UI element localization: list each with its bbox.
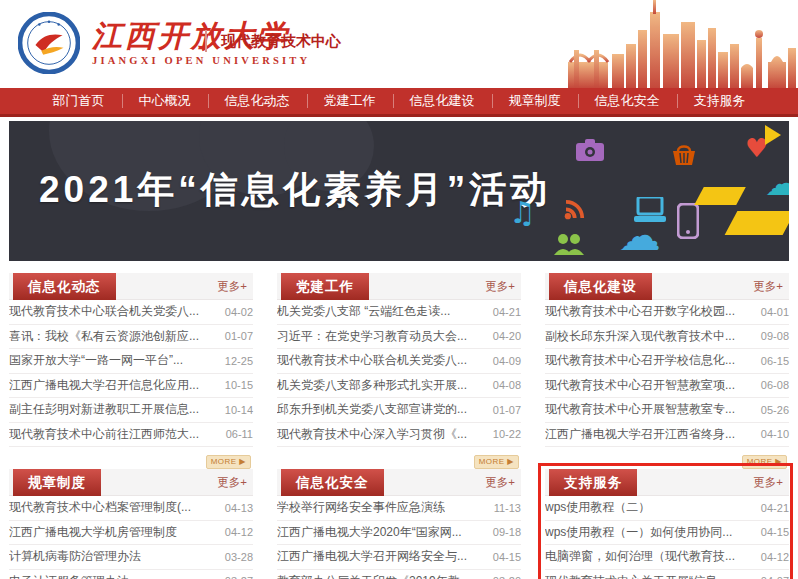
news-item[interactable]: 江西广播电视大学机房管理制度04-12	[9, 521, 253, 546]
news-item-date: 04-01	[761, 306, 789, 318]
news-item[interactable]: 现代教育技术中心前往江西师范大...06-11	[9, 423, 253, 448]
news-item-date: 06-15	[761, 355, 789, 367]
news-item-title[interactable]: wps使用教程（一）如何使用协同...	[545, 524, 732, 541]
nav-item-4[interactable]: 信息化建设	[393, 88, 492, 114]
news-item[interactable]: 现代教育技术中心联合机关党委八...04-02	[9, 300, 253, 325]
news-item[interactable]: 国家开放大学“一路一网一平台”...12-25	[9, 349, 253, 374]
news-item[interactable]: 邱东升到机关党委八支部宣讲党的...01-07	[277, 398, 521, 423]
hero-banner[interactable]: 2021年“信息化素养月”活动 ♫ ♥ ☁ ☁	[9, 121, 789, 261]
news-item[interactable]: 机关党委八支部 “云端红色走读...04-21	[277, 300, 521, 325]
news-item-title[interactable]: 副主任彭明对新进教职工开展信息...	[9, 401, 199, 418]
news-list: 学校举行网络安全事件应急演练11-13江西广播电视大学2020年“国家网...0…	[277, 496, 521, 579]
news-item[interactable]: 副校长邱东升深入现代教育技术中...09-08	[545, 325, 789, 350]
news-item-title[interactable]: 现代教育技术中心档案管理制度(...	[9, 499, 191, 516]
more-link[interactable]: 更多+	[753, 273, 783, 300]
nav-item-1[interactable]: 中心概况	[122, 88, 208, 114]
news-item-title[interactable]: 现代教育技术中心开展智慧教室专...	[545, 401, 735, 418]
nav-item-6[interactable]: 信息化安全	[578, 88, 677, 114]
news-item-title[interactable]: 电子认证服务管理办法	[9, 573, 129, 579]
nav-item-0[interactable]: 部门首页	[36, 88, 122, 114]
news-item-title[interactable]: wps使用教程（二）	[545, 499, 650, 516]
news-item-title[interactable]: 现代教育技术中心召开智慧教室项...	[545, 377, 735, 394]
news-item-title[interactable]: 现代教育技术中心召开学校信息化...	[545, 352, 735, 369]
news-item[interactable]: 现代教育技术中心联合机关党委八...04-09	[277, 349, 521, 374]
news-item-title[interactable]: 现代教育技术中心前往江西师范大...	[9, 426, 199, 443]
section-title-tab[interactable]: 信息化建设	[549, 273, 652, 300]
news-item-title[interactable]: 喜讯：我校《私有云资源池创新应...	[9, 328, 199, 345]
shopping-basket-icon	[671, 143, 697, 167]
more-link[interactable]: 更多+	[485, 273, 515, 300]
news-item-title[interactable]: 江西广播电视大学机房管理制度	[9, 524, 177, 541]
section-title-tab[interactable]: 支持服务	[549, 469, 637, 496]
news-item[interactable]: 现代教育技术中心召开智慧教室项...06-08	[545, 374, 789, 399]
nav-list: 部门首页中心概况信息化动态党建工作信息化建设规章制度信息化安全支持服务	[36, 88, 763, 114]
news-item[interactable]: 计算机病毒防治管理办法03-28	[9, 545, 253, 570]
news-item-title[interactable]: 江西广播电视大学召开信息化应用...	[9, 377, 199, 394]
news-item-date: 04-10	[761, 428, 789, 440]
news-item-title[interactable]: 现代教育技术中心深入学习贯彻《...	[277, 426, 467, 443]
news-item[interactable]: 江西广播电视大学召开信息化应用...10-15	[9, 374, 253, 399]
nav-item-5[interactable]: 规章制度	[492, 88, 578, 114]
news-item[interactable]: 现代教育技术中心关于开展“信息...04-07	[545, 570, 789, 579]
news-item-title[interactable]: 江西广播电视大学召开江西省终身...	[545, 426, 735, 443]
news-item-date: 09-18	[493, 526, 521, 538]
news-item[interactable]: 江西广播电视大学召开网络安全与...04-15	[277, 545, 521, 570]
news-item-date: 04-13	[225, 502, 253, 514]
news-item[interactable]: 江西广播电视大学2020年“国家网...09-18	[277, 521, 521, 546]
news-item-title[interactable]: 电脑弹窗，如何治理（现代教育技...	[545, 548, 735, 565]
news-item-title[interactable]: 江西广播电视大学2020年“国家网...	[277, 524, 462, 541]
badge-row: MORE ▶	[9, 447, 253, 463]
news-item[interactable]: 电子认证服务管理办法03-27	[9, 570, 253, 579]
more-link[interactable]: 更多+	[485, 469, 515, 496]
more-link[interactable]: 更多+	[753, 469, 783, 496]
news-item[interactable]: 现代教育技术中心深入学习贯彻《...10-22	[277, 423, 521, 448]
news-item[interactable]: 喜讯：我校《私有云资源池创新应...01-07	[9, 325, 253, 350]
news-item-title[interactable]: 教育部办公厅关于印发《2019年教...	[277, 573, 467, 579]
news-item-title[interactable]: 现代教育技术中心联合机关党委八...	[277, 352, 467, 369]
news-item[interactable]: 学校举行网络安全事件应急演练11-13	[277, 496, 521, 521]
news-item[interactable]: 副主任彭明对新进教职工开展信息...10-14	[9, 398, 253, 423]
news-item-title[interactable]: 副校长邱东升深入现代教育技术中...	[545, 328, 735, 345]
news-item-title[interactable]: 国家开放大学“一路一网一平台”...	[9, 352, 183, 369]
news-item-date: 04-21	[761, 502, 789, 514]
news-item[interactable]: wps使用教程（二）04-21	[545, 496, 789, 521]
news-item-date: 05-26	[761, 404, 789, 416]
news-item-title[interactable]: 计算机病毒防治管理办法	[9, 548, 141, 565]
more-badge[interactable]: MORE ▶	[742, 455, 787, 469]
news-item[interactable]: 现代教育技术中心开展智慧教室专...05-26	[545, 398, 789, 423]
camera-icon	[576, 139, 604, 161]
news-item[interactable]: 现代教育技术中心档案管理制度(...04-13	[9, 496, 253, 521]
news-item-title[interactable]: 现代教育技术中心关于开展“信息...	[545, 573, 727, 579]
section-title-tab[interactable]: 信息化安全	[281, 469, 384, 496]
news-item-date: 04-15	[493, 551, 521, 563]
more-badge[interactable]: MORE ▶	[474, 455, 519, 469]
nav-item-7[interactable]: 支持服务	[677, 88, 763, 114]
news-item-date: 04-02	[225, 306, 253, 318]
news-item-title[interactable]: 江西广播电视大学召开网络安全与...	[277, 548, 467, 565]
news-item-title[interactable]: 学校举行网络安全事件应急演练	[277, 499, 445, 516]
news-item-date: 04-20	[493, 330, 521, 342]
more-link[interactable]: 更多+	[217, 273, 247, 300]
news-item-title[interactable]: 现代教育技术中心召开数字化校园...	[545, 303, 735, 320]
section-header: 信息化安全 更多+	[277, 469, 521, 496]
news-item[interactable]: wps使用教程（一）如何使用协同...04-15	[545, 521, 789, 546]
news-item[interactable]: 教育部办公厅关于印发《2019年教...03-20	[277, 570, 521, 579]
news-item[interactable]: 江西广播电视大学召开江西省终身...04-10	[545, 423, 789, 448]
news-item-title[interactable]: 机关党委八支部多种形式扎实开展...	[277, 377, 467, 394]
news-item-title[interactable]: 邱东升到机关党委八支部宣讲党的...	[277, 401, 467, 418]
news-item[interactable]: 习近平：在党史学习教育动员大会...04-20	[277, 325, 521, 350]
news-item[interactable]: 电脑弹窗，如何治理（现代教育技...04-12	[545, 545, 789, 570]
news-item[interactable]: 机关党委八支部多种形式扎实开展...04-08	[277, 374, 521, 399]
section-title-tab[interactable]: 规章制度	[13, 469, 101, 496]
news-item-title[interactable]: 习近平：在党史学习教育动员大会...	[277, 328, 467, 345]
more-link[interactable]: 更多+	[217, 469, 247, 496]
section-title-tab[interactable]: 党建工作	[281, 273, 369, 300]
more-badge[interactable]: MORE ▶	[206, 455, 251, 469]
news-item-title[interactable]: 现代教育技术中心联合机关党委八...	[9, 303, 199, 320]
news-item[interactable]: 现代教育技术中心召开数字化校园...04-01	[545, 300, 789, 325]
news-item[interactable]: 现代教育技术中心召开学校信息化...06-15	[545, 349, 789, 374]
section-title-tab[interactable]: 信息化动态	[13, 273, 116, 300]
nav-item-3[interactable]: 党建工作	[307, 88, 393, 114]
nav-item-2[interactable]: 信息化动态	[208, 88, 307, 114]
news-item-title[interactable]: 机关党委八支部 “云端红色走读...	[277, 303, 450, 320]
